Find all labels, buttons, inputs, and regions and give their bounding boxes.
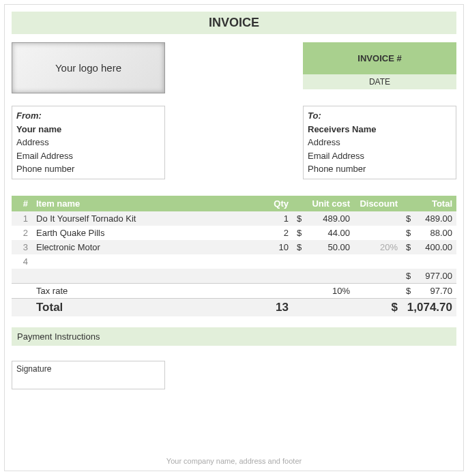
invoice-meta: INVOICE # DATE <box>303 42 456 93</box>
cell-item <box>32 254 259 269</box>
total-qty: 13 <box>259 298 293 316</box>
cell-unitcost: $44.00 <box>293 226 354 240</box>
items-table: # Item name Qty Unit cost Discount Total… <box>12 196 456 316</box>
subtotal-cur: $ <box>406 271 411 281</box>
cell-num: 1 <box>12 211 32 226</box>
title-bar: INVOICE <box>12 12 456 34</box>
cell-unitcost: $50.00 <box>293 240 354 254</box>
invoice-number-label: INVOICE # <box>303 42 456 74</box>
total-cur: $ <box>354 298 402 316</box>
tax-cur: $ <box>406 286 411 296</box>
payment-instructions: Payment Instructions <box>12 327 456 346</box>
to-phone: Phone number <box>308 162 452 176</box>
total-row: Total 13 $ 1,074.70 <box>12 298 456 316</box>
from-name: Your name <box>16 123 160 136</box>
cell-discount <box>354 211 402 226</box>
footer: Your company name, address and footer <box>5 457 463 465</box>
cell-qty: 10 <box>259 240 293 254</box>
to-address: Address <box>308 136 452 149</box>
to-label: To: <box>308 109 452 123</box>
cell-total: $88.00 <box>402 226 456 240</box>
total-val: 1,074.70 <box>402 298 456 316</box>
th-discount: Discount <box>354 196 402 211</box>
cell-num: 3 <box>12 240 32 254</box>
cell-discount: 20% <box>354 240 402 254</box>
table-row: 2Earth Quake Pills2$44.00$88.00 <box>12 226 456 240</box>
cell-item: Do It Yourself Tornado Kit <box>32 211 259 226</box>
cell-num: 4 <box>12 254 32 269</box>
table-row: 1Do It Yourself Tornado Kit1$489.00$489.… <box>12 211 456 226</box>
tax-label: Tax rate <box>32 283 259 298</box>
table-row: 4 <box>12 254 456 269</box>
cell-num: 2 <box>12 226 32 240</box>
cell-unitcost: $489.00 <box>293 211 354 226</box>
tax-row: Tax rate 10% $97.70 <box>12 283 456 298</box>
tax-val: 97.70 <box>430 286 452 296</box>
th-item: Item name <box>32 196 259 211</box>
cell-item: Electronic Motor <box>32 240 259 254</box>
cell-total <box>402 254 456 269</box>
cell-discount <box>354 254 402 269</box>
cell-total: $400.00 <box>402 240 456 254</box>
cell-unitcost <box>293 254 354 269</box>
from-block: From: Your name Address Email Address Ph… <box>12 106 165 179</box>
to-email: Email Address <box>308 149 452 163</box>
from-email: Email Address <box>16 149 160 163</box>
from-phone: Phone number <box>16 162 160 176</box>
table-header-row: # Item name Qty Unit cost Discount Total <box>12 196 456 211</box>
invoice-page: INVOICE Your logo here INVOICE # DATE Fr… <box>4 4 464 471</box>
cell-qty: 2 <box>259 226 293 240</box>
th-total: Total <box>402 196 456 211</box>
tax-rate: 10% <box>293 283 354 298</box>
from-label: From: <box>16 109 160 123</box>
cell-qty: 1 <box>259 211 293 226</box>
cell-qty <box>259 254 293 269</box>
cell-item: Earth Quake Pills <box>32 226 259 240</box>
subtotal-row: $977.00 <box>12 269 456 284</box>
logo-placeholder: Your logo here <box>12 42 165 93</box>
th-unitcost: Unit cost <box>293 196 354 211</box>
to-name: Receivers Name <box>308 123 452 136</box>
top-block: Your logo here INVOICE # DATE <box>12 42 456 93</box>
subtotal-val: 977.00 <box>425 271 452 281</box>
cell-total: $489.00 <box>402 211 456 226</box>
signature-box: Signature <box>12 361 165 389</box>
to-block: To: Receivers Name Address Email Address… <box>303 106 456 179</box>
total-label: Total <box>32 298 259 316</box>
th-num: # <box>12 196 32 211</box>
from-address: Address <box>16 136 160 149</box>
cell-discount <box>354 226 402 240</box>
invoice-date-label: DATE <box>303 74 456 89</box>
table-row: 3Electronic Motor10$50.0020%$400.00 <box>12 240 456 254</box>
th-qty: Qty <box>259 196 293 211</box>
parties: From: Your name Address Email Address Ph… <box>12 106 456 179</box>
